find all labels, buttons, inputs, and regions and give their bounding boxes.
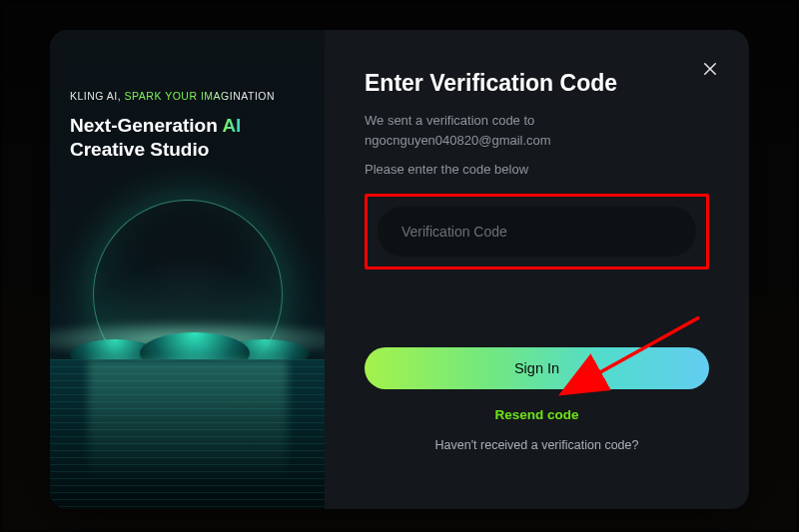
modal-title: Enter Verification Code [365,70,709,97]
not-received-text: Haven't received a verification code? [365,438,709,452]
promo-headline: Next-Generation AI Creative Studio [70,114,305,162]
promo-illustration [50,220,325,509]
headline-ai: AI [222,115,241,136]
signin-button[interactable]: Sign In [365,347,709,389]
close-icon [701,60,719,78]
verification-code-input[interactable] [378,207,696,257]
tagline-spark: SPARK YOUR [125,90,201,102]
recipient-email: ngocnguyen040820@gmail.com [365,131,709,151]
headline-post: Creative Studio [70,139,209,160]
form-pane: Enter Verification Code We sent a verifi… [325,30,749,509]
tagline-imagi: IMAGI [201,90,233,102]
input-highlight-annotation [365,194,709,269]
tagline-nation: NATION [233,90,275,102]
sent-text: We sent a verification code to [365,111,709,131]
headline-pre: Next-Generation [70,115,222,136]
promo-pane: KLING AI, SPARK YOUR IMAGINATION Next-Ge… [50,30,325,509]
resend-code-link[interactable]: Resend code [365,407,709,422]
signin-modal: KLING AI, SPARK YOUR IMAGINATION Next-Ge… [50,30,749,509]
tagline: KLING AI, SPARK YOUR IMAGINATION [70,90,305,102]
spacer [365,269,709,347]
tagline-brand: KLING AI, [70,90,125,102]
prompt-text: Please enter the code below [365,160,709,180]
close-button[interactable] [699,58,721,80]
